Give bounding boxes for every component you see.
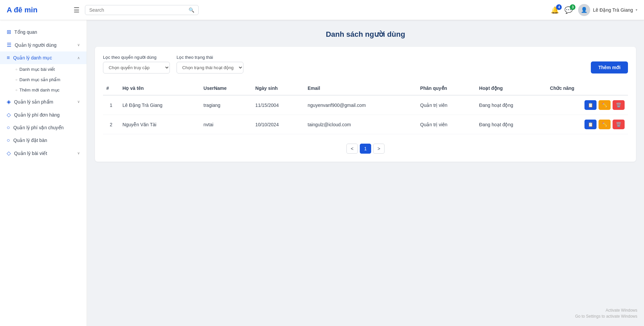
sidebar-item-quan-ly-nguoi-dung[interactable]: ☰ Quản lý người dùng ∨ <box>0 38 87 51</box>
sidebar-label-quan-ly-nguoi-dung: Quản lý người dùng <box>15 42 77 48</box>
cell-status: Đang hoạt động <box>476 115 547 134</box>
chevron-up-icon: ∧ <box>77 56 80 60</box>
col-fullname: Họ và tên <box>119 82 200 95</box>
notification-chat-button[interactable]: 💬 3 <box>564 6 573 14</box>
chevron-right-icon: ∨ <box>77 43 80 47</box>
cell-birthday: 10/10/2024 <box>252 115 304 134</box>
cell-fullname: Nguyễn Văn Tài <box>119 115 200 134</box>
search-input[interactable] <box>89 7 187 13</box>
status-filter-select[interactable]: Chọn trạng thái hoạt động Đang hoạt động… <box>177 62 243 73</box>
sub-item-label-danh-muc-san-pham: Danh mục sản phẩm <box>19 77 60 82</box>
pagination: < 1 > <box>103 144 628 154</box>
order-fee-icon: ◇ <box>7 112 11 118</box>
cell-fullname: Lê Đặng Trà Giang <box>119 95 200 115</box>
users-icon: ☰ <box>7 42 11 48</box>
edit-button-row-1[interactable]: ✏️ <box>599 100 611 110</box>
sidebar-label-quan-ly-dat-ban: Quản lý đặt bàn <box>13 138 80 143</box>
table-row: 2 Nguyễn Văn Tài nvtai 10/10/2024 taingu… <box>103 115 628 134</box>
filter-row: Lọc theo quyền người dùng Chọn quyền tru… <box>103 55 628 73</box>
username-label: Lê Đặng Trà Giang <box>593 7 633 13</box>
notification-bell-button[interactable]: 🔔 4 <box>551 6 559 14</box>
cell-index: 2 <box>103 115 119 134</box>
cell-index: 1 <box>103 95 119 115</box>
user-table: # Họ và tên UserName Ngày sinh Email Phâ… <box>103 82 628 134</box>
sidebar-label-quan-ly-phi-don-hang: Quản lý phí đơn hàng <box>14 112 80 118</box>
view-button-row-1[interactable]: 📋 <box>584 100 597 110</box>
col-actions: Chức năng <box>547 82 628 95</box>
col-role: Phân quyền <box>417 82 476 95</box>
sidebar-label-quan-ly-phi-van-chuyen: Quản lý phí vận chuyển <box>13 125 80 130</box>
page-title: Danh sách người dùng <box>95 30 636 39</box>
grid-icon: ⊞ <box>7 29 11 35</box>
chevron-down-icon: ▾ <box>636 8 637 12</box>
sidebar-sub-them-moi-danh-muc[interactable]: Thêm mới danh mục <box>0 85 87 95</box>
sidebar-item-quan-ly-phi-van-chuyen[interactable]: ○ Quản lý phí vận chuyển <box>0 121 87 134</box>
chevron-right-icon-2: ∨ <box>77 100 80 104</box>
status-filter-group: Lọc theo trạng thái Chọn trạng thái hoạt… <box>177 55 243 73</box>
table-row: 1 Lê Đặng Trà Giang tragiang 11/15/2004 … <box>103 95 628 115</box>
sidebar-item-quan-ly-phi-don-hang[interactable]: ◇ Quản lý phí đơn hàng <box>0 108 87 121</box>
sidebar-item-quan-ly-danh-muc[interactable]: ≡ Quản lý danh mục ∧ <box>0 51 87 64</box>
permission-filter-group: Lọc theo quyền người dùng Chọn quyền tru… <box>103 55 170 73</box>
col-birthday: Ngày sinh <box>252 82 304 95</box>
sidebar-sub-danh-muc-bai-viet[interactable]: Danh mục bài viết <box>0 64 87 74</box>
pagination-page-1-button[interactable]: 1 <box>360 144 371 154</box>
permission-filter-select[interactable]: Chọn quyền truy cập Quản trị viên Người … <box>103 62 170 73</box>
sidebar: ⊞ Tổng quan ☰ Quản lý người dùng ∨ ≡ Quả… <box>0 20 87 326</box>
cell-role: Quản trị viên <box>417 95 476 115</box>
col-status: Hoạt động <box>476 82 547 95</box>
cell-actions: 📋 ✏️ 🗑️ <box>547 95 628 115</box>
cell-birthday: 11/15/2004 <box>252 95 304 115</box>
user-menu[interactable]: 👤 Lê Đặng Trà Giang ▾ <box>578 4 637 16</box>
cell-email: taingulz@icloud.com <box>304 115 417 134</box>
chevron-right-icon-3: ∨ <box>77 151 80 155</box>
user-list-card: Lọc theo quyền người dùng Chọn quyền tru… <box>95 47 636 162</box>
notification-bell-badge: 4 <box>556 4 562 10</box>
post-icon: ◇ <box>7 150 11 156</box>
sidebar-item-quan-ly-dat-ban[interactable]: ○ Quản lý đặt bàn <box>0 134 87 147</box>
view-button-row-2[interactable]: 📋 <box>584 120 597 129</box>
sidebar-label-tong-quan: Tổng quan <box>14 29 80 35</box>
sidebar-item-quan-ly-bai-viet[interactable]: ◇ Quản lý bài viết ∨ <box>0 147 87 160</box>
sub-item-label-danh-muc-bai-viet: Danh mục bài viết <box>19 67 55 72</box>
shipping-fee-icon: ○ <box>7 125 10 131</box>
table-reservation-icon: ○ <box>7 137 10 143</box>
cell-actions: 📋 ✏️ 🗑️ <box>547 115 628 134</box>
sidebar-label-quan-ly-san-pham: Quản lý sản phẩm <box>14 99 77 105</box>
search-box: 🔍 <box>85 5 199 15</box>
sidebar-label-quan-ly-bai-viet: Quản lý bài viết <box>14 151 77 156</box>
sidebar-label-quan-ly-danh-muc: Quản lý danh mục <box>13 55 77 60</box>
status-filter-label: Lọc theo trạng thái <box>177 55 243 60</box>
search-icon: 🔍 <box>189 7 194 13</box>
table-header-row: # Họ và tên UserName Ngày sinh Email Phâ… <box>103 82 628 95</box>
delete-button-row-1[interactable]: 🗑️ <box>613 100 625 110</box>
navbar: A đê min ☰ 🔍 🔔 4 💬 3 👤 Lê Đặng Trà Giang… <box>0 0 644 20</box>
delete-button-row-2[interactable]: 🗑️ <box>613 120 625 129</box>
cell-username: tragiang <box>200 95 252 115</box>
cell-status: Đang hoạt động <box>476 95 547 115</box>
col-email: Email <box>304 82 417 95</box>
cell-username: nvtai <box>200 115 252 134</box>
sidebar-sub-danh-muc-san-pham[interactable]: Danh mục sản phẩm <box>0 74 87 85</box>
permission-filter-label: Lọc theo quyền người dùng <box>103 55 170 60</box>
sub-item-label-them-moi-danh-muc: Thêm mới danh mục <box>19 88 60 93</box>
brand-logo: A đê min <box>7 6 67 14</box>
main-content: Danh sách người dùng Lọc theo quyền ngườ… <box>87 20 644 326</box>
add-user-button[interactable]: Thêm mới <box>591 61 628 73</box>
pagination-prev-button[interactable]: < <box>346 144 358 154</box>
sidebar-item-tong-quan[interactable]: ⊞ Tổng quan <box>0 25 87 38</box>
navbar-right: 🔔 4 💬 3 👤 Lê Đặng Trà Giang ▾ <box>551 4 637 16</box>
category-icon: ≡ <box>7 55 10 61</box>
cell-role: Quản trị viên <box>417 115 476 134</box>
product-icon: ◈ <box>7 99 11 105</box>
cell-email: nguyenvanf900@gmail.com <box>304 95 417 115</box>
sidebar-item-quan-ly-san-pham[interactable]: ◈ Quản lý sản phẩm ∨ <box>0 95 87 108</box>
avatar: 👤 <box>578 4 590 16</box>
layout: ⊞ Tổng quan ☰ Quản lý người dùng ∨ ≡ Quả… <box>0 20 644 326</box>
pagination-next-button[interactable]: > <box>373 144 385 154</box>
edit-button-row-2[interactable]: ✏️ <box>599 120 611 129</box>
notification-chat-badge: 3 <box>570 4 575 10</box>
hamburger-button[interactable]: ☰ <box>74 6 80 14</box>
col-index: # <box>103 82 119 95</box>
col-username: UserName <box>200 82 252 95</box>
